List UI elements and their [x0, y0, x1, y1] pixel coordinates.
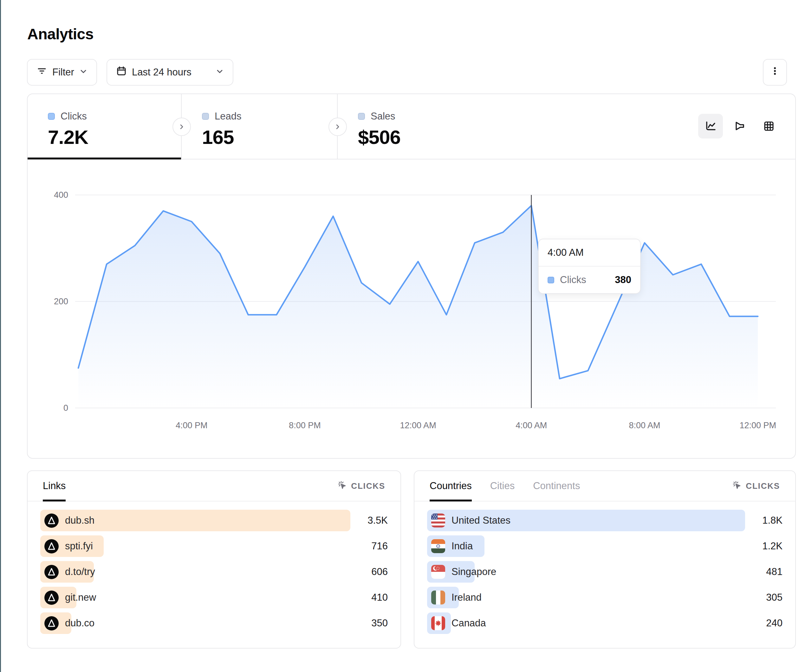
dub-logo-icon [44, 616, 59, 631]
data-row-dub-sh[interactable]: dub.sh3.5K [40, 510, 388, 531]
y-axis-tick: 0 [63, 403, 68, 413]
y-axis-tick: 200 [54, 297, 68, 306]
bar-track: United States [427, 510, 745, 531]
tab-countries[interactable]: Countries [430, 471, 472, 501]
data-row-spti-fyi[interactable]: spti.fyi716 [40, 536, 388, 557]
filter-icon [36, 66, 47, 79]
tab-links[interactable]: Links [43, 471, 66, 501]
row-label: d.to/try [65, 566, 95, 578]
bar-track: git.new [40, 587, 350, 608]
more-options-button[interactable] [763, 59, 787, 85]
x-axis-tick: 12:00 AM [400, 421, 436, 430]
metric-tab-clicks[interactable]: Clicks7.2K [27, 94, 182, 159]
links-metric-label: CLICKS [351, 481, 385, 491]
flag-icon-us [431, 513, 445, 527]
filter-label: Filter [52, 67, 74, 78]
metric-label: Clicks [61, 111, 87, 122]
cursor-click-icon [732, 480, 742, 492]
date-range-label: Last 24 hours [132, 67, 191, 78]
tab-continents[interactable]: Continents [533, 471, 580, 501]
clicks-legend-square [48, 113, 55, 120]
chart-tooltip: 4:00 AM Clicks 380 [538, 239, 641, 294]
x-axis-tick: 8:00 PM [289, 421, 321, 430]
clicks-area-chart[interactable]: 02004004:00 PM8:00 PM12:00 AM4:00 AM8:00… [27, 159, 795, 459]
geo-metric-label: CLICKS [746, 481, 780, 491]
metric-tabs-row: Clicks7.2KLeads165Sales$506 [27, 94, 795, 159]
row-value: 716 [350, 541, 388, 552]
row-value: 481 [745, 566, 783, 578]
tooltip-series-label: Clicks [560, 274, 586, 286]
dub-logo-icon [44, 539, 59, 553]
analytics-chart-card: Clicks7.2KLeads165Sales$506 [27, 94, 796, 459]
row-value: 350 [350, 617, 388, 629]
row-label: Ireland [452, 592, 482, 603]
bar-track: d.to/try [40, 561, 350, 583]
links-panel: Links CLICKS dub.sh3.5Kspti.fyi716d.to/t… [27, 471, 401, 648]
row-value: 1.2K [745, 541, 783, 552]
line-chart-icon[interactable] [698, 114, 723, 138]
flag-icon-ie [431, 590, 445, 604]
filter-button[interactable]: Filter [27, 59, 97, 85]
row-value: 3.5K [350, 515, 388, 526]
metric-label: Leads [215, 111, 241, 122]
data-row-singapore[interactable]: Singapore481 [427, 561, 783, 583]
tab-cities[interactable]: Cities [490, 471, 515, 501]
bar-track: India [427, 536, 745, 557]
toolbar: Filter Last 24 hours [27, 59, 796, 85]
dub-logo-icon [44, 565, 59, 579]
chevron-down-icon [216, 67, 224, 78]
bar-track: spti.fyi [40, 536, 350, 557]
funnel-icon[interactable] [727, 114, 752, 138]
flag-icon-ca [431, 616, 445, 630]
metric-tab-leads[interactable]: Leads165 [182, 94, 338, 159]
row-label: Canada [452, 617, 486, 629]
row-value: 410 [350, 592, 388, 603]
chevron-down-icon [79, 67, 87, 78]
x-axis-tick: 4:00 PM [176, 421, 208, 430]
data-row-dub-co[interactable]: dub.co350 [40, 612, 388, 634]
row-value: 240 [745, 617, 783, 629]
row-label: dub.sh [65, 515, 94, 526]
chart-canvas: 02004004:00 PM8:00 PM12:00 AM4:00 AM8:00… [27, 159, 795, 459]
metric-value: 7.2K [48, 126, 181, 148]
bar-track: dub.co [40, 612, 350, 634]
data-row-india[interactable]: India1.2K [427, 536, 783, 557]
row-value: 1.8K [745, 515, 783, 526]
row-label: India [452, 541, 473, 552]
date-range-button[interactable]: Last 24 hours [107, 59, 234, 85]
data-row-united-states[interactable]: United States1.8K [427, 510, 783, 531]
table-icon[interactable] [757, 114, 781, 138]
geo-metric-header[interactable]: CLICKS [732, 480, 780, 492]
geo-panel-header: CountriesCitiesContinents CLICKS [415, 471, 795, 501]
dub-logo-icon [44, 513, 59, 528]
leads-legend-square [202, 113, 209, 120]
row-label: spti.fyi [65, 541, 93, 552]
data-row-ireland[interactable]: Ireland305 [427, 587, 783, 608]
page-title: Analytics [27, 26, 94, 43]
data-row-git-new[interactable]: git.new410 [40, 587, 388, 608]
row-value: 305 [745, 592, 783, 603]
bar-track: Singapore [427, 561, 745, 583]
tooltip-value: 380 [615, 274, 631, 286]
bar-track: Ireland [427, 587, 745, 608]
flag-icon-in [431, 539, 445, 553]
chart-view-switcher [698, 114, 781, 138]
x-axis-tick: 12:00 PM [739, 421, 776, 430]
flag-icon-sg [431, 565, 445, 579]
row-value: 606 [350, 566, 388, 578]
clicks-legend-square [548, 277, 554, 283]
data-row-canada[interactable]: Canada240 [427, 612, 783, 634]
bar-track: Canada [427, 612, 745, 634]
chevron-right-icon[interactable] [329, 118, 347, 136]
dub-logo-icon [44, 590, 59, 605]
metric-label: Sales [371, 111, 396, 122]
analytics-page: Analytics Filter Last 24 hours [0, 0, 812, 672]
links-metric-header[interactable]: CLICKS [337, 480, 385, 492]
x-axis-tick: 8:00 AM [629, 421, 660, 430]
kebab-menu-icon [769, 66, 780, 79]
bar-track: dub.sh [40, 510, 350, 531]
tooltip-time: 4:00 AM [539, 239, 640, 266]
metric-value: 165 [202, 126, 337, 148]
chevron-right-icon[interactable] [172, 118, 191, 136]
data-row-d-to-try[interactable]: d.to/try606 [40, 561, 388, 583]
